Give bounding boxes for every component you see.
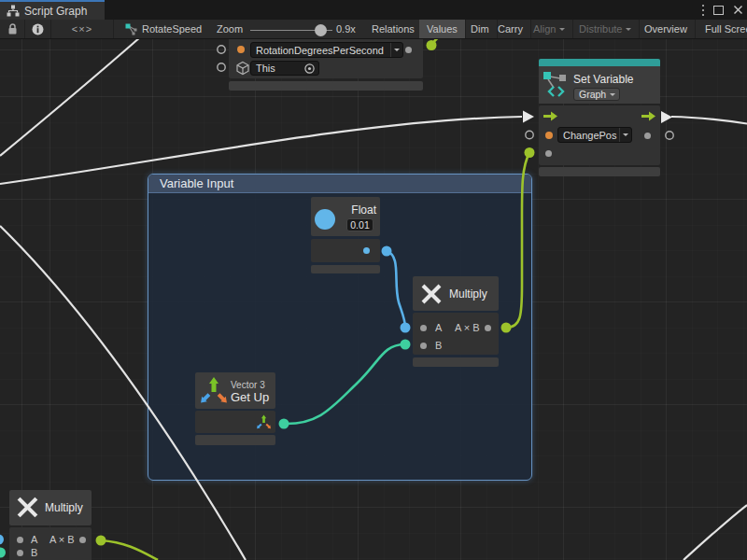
flow-arrowhead-in <box>523 111 534 123</box>
wire-end-teal[interactable] <box>0 548 6 558</box>
chevron-down-icon <box>610 93 615 99</box>
code-view-button[interactable]: <×> <box>51 20 114 38</box>
port-dot-b[interactable] <box>420 343 427 349</box>
values-button[interactable]: Values <box>419 20 466 38</box>
variable-name-dropdown[interactable]: RotationDegreesPerSecond <box>250 42 403 58</box>
multiply-icon <box>420 283 443 305</box>
wire-end-lime[interactable] <box>501 323 512 333</box>
wire-blue-float-to-multiply[interactable] <box>387 251 405 328</box>
titlebar-top-edge <box>0 0 747 2</box>
wire-end-teal[interactable] <box>279 419 289 429</box>
float-type-icon <box>315 209 335 230</box>
multiply-icon <box>16 496 39 519</box>
target-value: This <box>251 63 303 74</box>
wire-lime-multiply-bottom-out[interactable] <box>101 540 158 560</box>
node-title: Get Up <box>231 390 269 404</box>
title-bar: Script Graph <box>0 0 747 20</box>
tab-script-graph[interactable]: Script Graph <box>0 2 105 20</box>
align-button[interactable]: Align <box>526 20 573 38</box>
port-circle[interactable] <box>666 132 673 139</box>
wire-end-blue[interactable] <box>382 246 392 257</box>
zoom-value: 0.9x <box>336 23 356 35</box>
port-circle[interactable] <box>526 131 533 138</box>
port-circle[interactable] <box>218 46 225 53</box>
vector3-output-icon[interactable] <box>256 414 271 429</box>
values-label: Values <box>427 23 458 35</box>
port-dot-result[interactable] <box>485 325 491 331</box>
flow-out-arrow-icon[interactable] <box>641 111 655 121</box>
wire-end-lime[interactable] <box>427 40 437 50</box>
wire-lime-multiply-to-setvariable[interactable] <box>506 153 529 328</box>
distribute-button[interactable]: Distribute <box>571 20 640 38</box>
lock-icon <box>7 23 18 35</box>
info-button[interactable] <box>25 20 51 38</box>
port-dot-output[interactable] <box>644 133 651 139</box>
wire-white-1[interactable] <box>0 37 140 156</box>
port-circle[interactable] <box>218 63 225 71</box>
node-title: Multiply <box>45 501 83 514</box>
align-label: Align <box>533 23 556 35</box>
wire-end-blue[interactable] <box>401 323 411 333</box>
float-value-field[interactable]: 0.01 <box>346 218 374 231</box>
wire-end-lime[interactable] <box>96 536 106 546</box>
maximize-icon[interactable] <box>713 6 724 15</box>
wire-end-blue[interactable] <box>0 535 4 545</box>
wire-end-teal[interactable] <box>401 340 411 350</box>
full-screen-label: Full Screen <box>705 23 747 35</box>
relations-button[interactable]: Relations <box>364 20 423 38</box>
rotate-speed-label[interactable]: RotateSpeed <box>142 23 202 35</box>
chevron-down-icon <box>559 28 565 34</box>
object-picker-icon[interactable] <box>303 63 316 75</box>
port-dot-input[interactable] <box>545 150 552 157</box>
wire-white-2[interactable] <box>0 117 522 184</box>
port-label-a: A <box>31 534 37 545</box>
port-label-b: B <box>31 547 37 558</box>
distribute-label: Distribute <box>579 23 622 35</box>
port-label-a: A <box>435 322 442 333</box>
node-title: Set Variable <box>573 73 633 86</box>
carry-label: Carry <box>498 23 523 35</box>
relations-label: Relations <box>372 23 415 35</box>
port-dot-output[interactable] <box>405 47 412 53</box>
info-icon <box>32 23 44 35</box>
overview-button[interactable]: Overview <box>637 20 696 38</box>
port-dot-output[interactable] <box>363 247 370 254</box>
flow-in-arrow-icon[interactable] <box>543 111 557 121</box>
chevron-down-icon[interactable] <box>390 43 402 57</box>
port-dot-result[interactable] <box>79 537 86 543</box>
dim-label: Dim <box>471 23 489 35</box>
lock-button[interactable] <box>0 20 25 38</box>
wire-white-3[interactable] <box>671 117 747 124</box>
node-title: Multiply <box>449 287 487 301</box>
port-dot-a[interactable] <box>420 325 427 331</box>
port-dot-a[interactable] <box>17 537 23 543</box>
variable-scope-dropdown[interactable]: Graph <box>573 88 620 101</box>
chevron-down-icon[interactable] <box>619 128 631 142</box>
variable-name-value: RotationDegreesPerSecond <box>251 45 390 56</box>
close-icon[interactable] <box>733 5 743 15</box>
port-label-result: A × B <box>49 534 75 545</box>
port-label-b: B <box>435 340 442 351</box>
tab-accent-line <box>0 0 105 2</box>
port-dot-b[interactable] <box>17 550 23 556</box>
window-controls <box>702 0 743 20</box>
set-variable-icon <box>542 70 571 100</box>
scope-value: Graph <box>574 89 610 100</box>
target-field[interactable]: This <box>250 61 319 76</box>
port-dot-variable[interactable] <box>237 46 245 53</box>
zoom-label: Zoom <box>217 23 243 35</box>
variable-name-dropdown[interactable]: ChangePos <box>557 127 632 143</box>
menu-kebab-icon[interactable] <box>702 9 704 11</box>
wire-end-lime[interactable] <box>525 147 535 158</box>
wire-teal-getup-to-multiply[interactable] <box>284 344 405 424</box>
port-label-result: A × B <box>455 322 480 333</box>
chevron-down-icon <box>626 28 631 34</box>
toolbar: <×> RotateSpeed Zoom 0.9x Relations Valu… <box>0 20 747 39</box>
port-dot-variable[interactable] <box>545 132 553 139</box>
zoom-slider-knob[interactable] <box>315 24 327 36</box>
wire-white-5[interactable] <box>684 505 747 560</box>
full-screen-button[interactable]: Full Screen <box>698 20 747 38</box>
flow-arrowhead-out <box>661 111 672 123</box>
window-chrome: Script Graph <box>0 0 747 39</box>
script-graph-window: Variable Input Rotation <box>0 0 747 560</box>
